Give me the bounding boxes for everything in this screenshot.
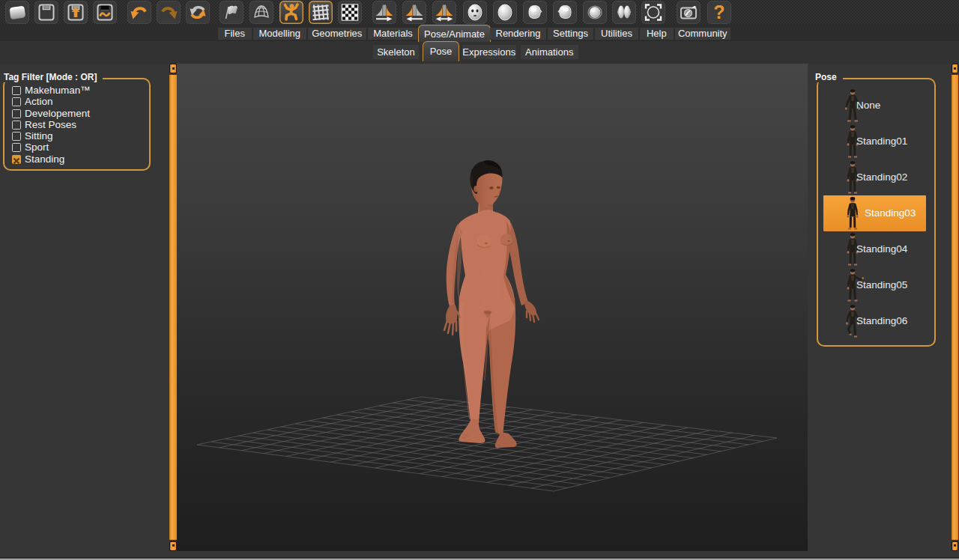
svg-text:?: ? [713,3,724,22]
